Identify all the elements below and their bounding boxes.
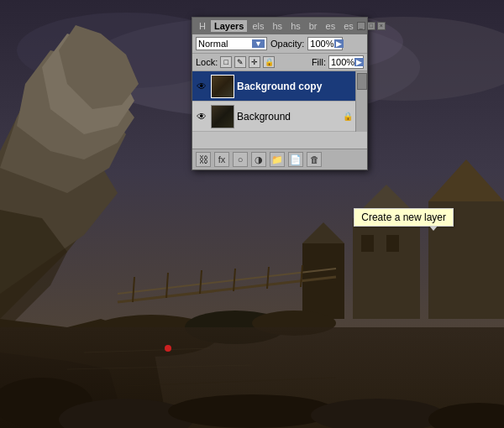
fill-label: Fill: xyxy=(312,57,326,67)
tab-br[interactable]: br xyxy=(306,20,321,32)
lock-move-btn[interactable]: ✛ xyxy=(249,56,260,68)
panel-titlebar: H Layers els hs hs br es es _ □ × xyxy=(192,18,367,34)
blend-mode-value: Normal xyxy=(198,39,228,49)
layer-name: Background copy xyxy=(237,81,353,92)
close-button[interactable]: × xyxy=(377,22,386,30)
svg-point-39 xyxy=(168,394,336,428)
layer-background-copy[interactable]: 👁 Background copy xyxy=(192,71,355,102)
maximize-button[interactable]: □ xyxy=(367,22,375,30)
lock-paint-btn[interactable]: ✎ xyxy=(234,56,246,68)
layers-scrollbar[interactable] xyxy=(355,71,367,132)
tab-els[interactable]: els xyxy=(249,20,267,32)
layers-empty-area xyxy=(192,132,367,149)
tab-hs2[interactable]: hs xyxy=(287,20,304,32)
tab-hs1[interactable]: hs xyxy=(270,20,286,32)
layer-visibility-toggle[interactable]: 👁 xyxy=(195,80,208,93)
layer-thumbnail xyxy=(211,105,234,128)
lock-all-btn[interactable]: 🔒 xyxy=(263,56,275,68)
svg-rect-16 xyxy=(361,235,374,252)
svg-rect-14 xyxy=(353,218,420,319)
tab-es1[interactable]: es xyxy=(323,20,339,32)
scroll-thumb[interactable] xyxy=(357,73,367,90)
new-layer-button[interactable]: 📄 xyxy=(288,152,303,167)
tab-h[interactable]: H xyxy=(196,20,209,32)
blend-mode-arrow: ▼ xyxy=(252,39,265,48)
tab-layers[interactable]: Layers xyxy=(211,20,247,32)
layer-thumbnail xyxy=(211,75,234,98)
minimize-button[interactable]: _ xyxy=(357,22,365,30)
layer-group-button[interactable]: 📁 xyxy=(270,152,285,167)
delete-layer-button[interactable]: 🗑 xyxy=(307,152,322,167)
lock-transparent-btn[interactable]: □ xyxy=(220,56,232,68)
opacity-input[interactable]: 100% ▶ xyxy=(307,37,343,50)
tab-es2[interactable]: es xyxy=(340,20,357,32)
layer-visibility-toggle[interactable]: 👁 xyxy=(195,110,208,123)
lock-label: Lock: xyxy=(196,57,218,67)
opacity-label: Opacity: xyxy=(270,39,304,49)
layer-background[interactable]: 👁 Background 🔒 xyxy=(192,102,355,132)
opacity-arrow: ▶ xyxy=(334,39,344,48)
layer-mask-button[interactable]: ○ xyxy=(233,152,248,167)
fill-arrow: ▶ xyxy=(354,58,364,66)
svg-rect-17 xyxy=(386,235,399,252)
layers-list-container: 👁 Background copy 👁 Background 🔒 xyxy=(192,71,367,132)
svg-point-42 xyxy=(165,345,171,352)
layer-lock-icon: 🔒 xyxy=(343,112,353,121)
panel-tabs: H Layers els hs hs br es es xyxy=(196,20,357,32)
blend-opacity-row: Normal ▼ Opacity: 100% ▶ xyxy=(192,34,367,54)
new-layer-tooltip: Create a new layer xyxy=(354,208,454,227)
layers-panel: H Layers els hs hs br es es _ □ × Normal… xyxy=(192,17,368,170)
window-controls: _ □ × xyxy=(357,22,386,30)
lock-fill-row: Lock: □ ✎ ✛ 🔒 Fill: 100% ▶ xyxy=(192,54,367,71)
fill-input[interactable]: 100% ▶ xyxy=(328,55,364,69)
layer-name: Background xyxy=(237,111,340,123)
layers-toolbar: ⛓ fx ○ ◑ 📁 📄 🗑 xyxy=(192,149,367,170)
link-layers-button[interactable]: ⛓ xyxy=(196,152,211,167)
adjustment-layer-button[interactable]: ◑ xyxy=(251,152,266,167)
fill-value: 100% xyxy=(331,57,354,67)
layer-style-button[interactable]: fx xyxy=(214,152,229,167)
opacity-value: 100% xyxy=(310,39,333,49)
blend-mode-select[interactable]: Normal ▼ xyxy=(196,37,267,50)
tooltip-text: Create a new layer xyxy=(361,211,446,223)
